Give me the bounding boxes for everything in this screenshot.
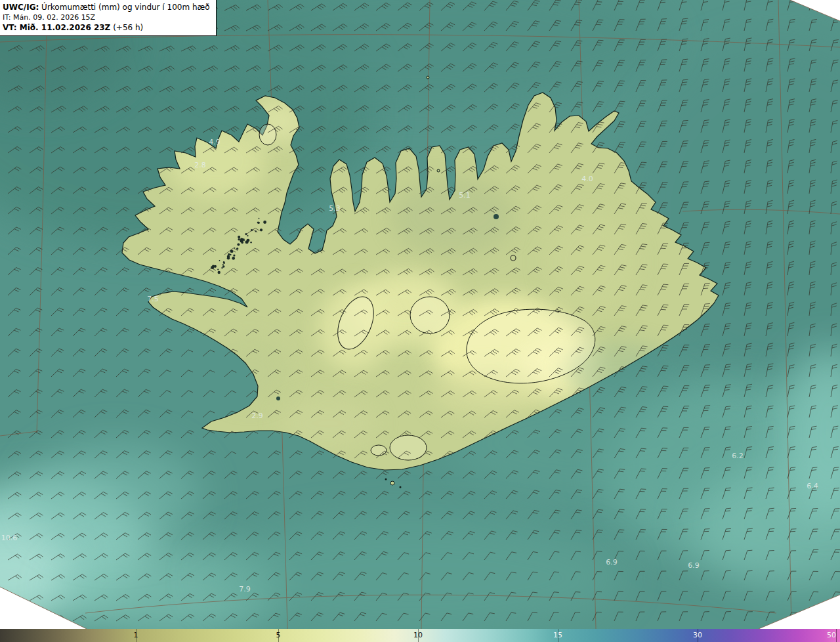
colorbar-tick	[836, 629, 837, 642]
colorbar-tick-label: 50	[827, 631, 836, 640]
colorbar-tick-label: 15	[553, 631, 562, 640]
colorbar-tick-label: 30	[693, 631, 702, 640]
colorbar-tick-label: 10	[413, 631, 423, 640]
glacier-eyjafjallajokull	[371, 445, 387, 456]
valid-time-line: VT: Mið. 11.02.2026 23Z (+56 h)	[3, 22, 210, 33]
weather-map-area: 4.92.85.35.14.07.52.96.26.46.96.97.910.6…	[0, 0, 840, 629]
init-time-line: IT: Mán. 09. 02. 2026 15Z	[3, 12, 210, 22]
precipitation-colorbar: 1510153050	[0, 629, 840, 642]
glacier-hofsjokull	[410, 297, 450, 333]
lead-time: (+56 h)	[110, 23, 143, 32]
model-name: UWC/IG:	[3, 3, 39, 12]
map-title: Úrkomumætti (mm) og vindur í 100m hæð	[39, 3, 209, 12]
valid-time: VT: Mið. 11.02.2026 23Z	[3, 23, 110, 32]
iceland-precip-wind-map	[0, 0, 840, 629]
map-title-box: UWC/IG: Úrkomumætti (mm) og vindur í 100…	[0, 0, 217, 36]
title-line: UWC/IG: Úrkomumætti (mm) og vindur í 100…	[3, 2, 210, 12]
glacier-drangajokull	[259, 124, 276, 145]
colorbar-tick-label: 5	[276, 631, 281, 640]
colorbar-tick-label: 1	[134, 631, 138, 640]
